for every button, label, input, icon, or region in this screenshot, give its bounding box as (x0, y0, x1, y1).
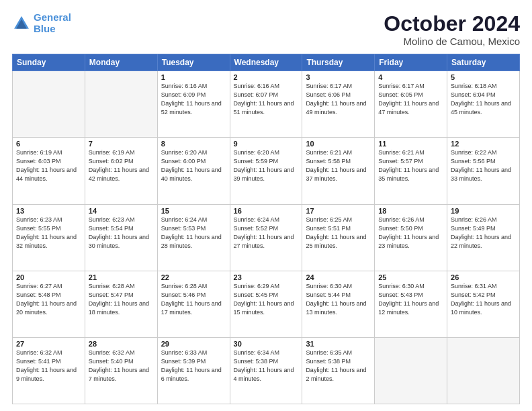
week-row-4: 20Sunrise: 6:27 AMSunset: 5:48 PMDayligh… (13, 271, 520, 337)
day-number: 6 (16, 140, 81, 148)
day-cell: 29Sunrise: 6:33 AMSunset: 5:39 PMDayligh… (157, 337, 230, 404)
day-cell: 17Sunrise: 6:25 AMSunset: 5:51 PMDayligh… (302, 204, 375, 271)
day-number: 1 (161, 73, 226, 81)
day-info: Sunrise: 6:30 AMSunset: 5:43 PMDaylight:… (378, 282, 443, 317)
day-info: Sunrise: 6:31 AMSunset: 5:42 PMDaylight:… (451, 282, 516, 317)
day-number: 22 (161, 273, 226, 281)
day-info: Sunrise: 6:28 AMSunset: 5:47 PMDaylight:… (89, 282, 154, 317)
day-cell: 3Sunrise: 6:17 AMSunset: 6:06 PMDaylight… (302, 71, 375, 138)
day-info: Sunrise: 6:16 AMSunset: 6:09 PMDaylight:… (161, 82, 226, 117)
day-info: Sunrise: 6:20 AMSunset: 6:00 PMDaylight:… (161, 148, 226, 183)
day-cell: 19Sunrise: 6:26 AMSunset: 5:49 PMDayligh… (447, 204, 520, 271)
day-number: 27 (16, 340, 81, 348)
day-number: 15 (161, 207, 226, 215)
day-number: 9 (234, 140, 299, 148)
day-number: 14 (89, 207, 154, 215)
weekday-header-row: SundayMondayTuesdayWednesdayThursdayFrid… (13, 54, 520, 71)
weekday-header-tuesday: Tuesday (157, 54, 230, 71)
day-number: 17 (306, 207, 371, 215)
day-number: 3 (306, 73, 371, 81)
day-cell: 10Sunrise: 6:21 AMSunset: 5:58 PMDayligh… (302, 138, 375, 204)
day-number: 30 (234, 340, 299, 348)
day-info: Sunrise: 6:26 AMSunset: 5:50 PMDaylight:… (378, 216, 443, 250)
subtitle: Molino de Camou, Mexico (384, 36, 520, 47)
day-cell: 25Sunrise: 6:30 AMSunset: 5:43 PMDayligh… (375, 271, 447, 337)
day-cell: 24Sunrise: 6:30 AMSunset: 5:44 PMDayligh… (302, 271, 375, 337)
weekday-header-monday: Monday (85, 54, 157, 71)
page: General Blue October 2024 Molino de Camo… (0, 0, 532, 411)
day-number: 7 (89, 140, 154, 148)
day-number: 10 (306, 140, 371, 148)
day-cell: 16Sunrise: 6:24 AMSunset: 5:52 PMDayligh… (230, 204, 302, 271)
week-row-5: 27Sunrise: 6:32 AMSunset: 5:41 PMDayligh… (13, 337, 520, 404)
day-number: 12 (451, 140, 516, 148)
day-number: 29 (161, 340, 226, 348)
day-cell: 6Sunrise: 6:19 AMSunset: 6:03 PMDaylight… (13, 138, 85, 204)
day-cell: 8Sunrise: 6:20 AMSunset: 6:00 PMDaylight… (157, 138, 230, 204)
day-number: 16 (234, 207, 299, 215)
day-cell (13, 71, 85, 138)
logo-line1: General (34, 11, 71, 23)
day-number: 31 (306, 340, 371, 348)
day-cell: 7Sunrise: 6:19 AMSunset: 6:02 PMDaylight… (85, 138, 157, 204)
calendar-table: SundayMondayTuesdayWednesdayThursdayFrid… (12, 54, 520, 404)
week-row-1: 1Sunrise: 6:16 AMSunset: 6:09 PMDaylight… (13, 71, 520, 138)
day-number: 21 (89, 273, 154, 281)
day-number: 26 (451, 273, 516, 281)
day-number: 4 (378, 73, 443, 81)
weekday-header-friday: Friday (375, 54, 447, 71)
day-info: Sunrise: 6:16 AMSunset: 6:07 PMDaylight:… (234, 82, 299, 117)
day-number: 8 (161, 140, 226, 148)
day-cell: 1Sunrise: 6:16 AMSunset: 6:09 PMDaylight… (157, 71, 230, 138)
day-cell: 14Sunrise: 6:23 AMSunset: 5:54 PMDayligh… (85, 204, 157, 271)
day-info: Sunrise: 6:21 AMSunset: 5:57 PMDaylight:… (378, 148, 443, 183)
header: General Blue October 2024 Molino de Camo… (12, 12, 520, 47)
day-cell: 27Sunrise: 6:32 AMSunset: 5:41 PMDayligh… (13, 337, 85, 404)
day-info: Sunrise: 6:25 AMSunset: 5:51 PMDaylight:… (306, 216, 371, 250)
day-number: 25 (378, 273, 443, 281)
day-cell: 5Sunrise: 6:18 AMSunset: 6:04 PMDaylight… (447, 71, 520, 138)
week-row-3: 13Sunrise: 6:23 AMSunset: 5:55 PMDayligh… (13, 204, 520, 271)
day-cell: 23Sunrise: 6:29 AMSunset: 5:45 PMDayligh… (230, 271, 302, 337)
day-info: Sunrise: 6:34 AMSunset: 5:38 PMDaylight:… (234, 349, 299, 383)
day-cell (375, 337, 447, 404)
day-info: Sunrise: 6:19 AMSunset: 6:03 PMDaylight:… (16, 148, 81, 183)
day-cell: 26Sunrise: 6:31 AMSunset: 5:42 PMDayligh… (447, 271, 520, 337)
day-number: 28 (89, 340, 154, 348)
day-info: Sunrise: 6:32 AMSunset: 5:41 PMDaylight:… (16, 349, 81, 383)
day-cell: 4Sunrise: 6:17 AMSunset: 6:05 PMDaylight… (375, 71, 447, 138)
day-cell: 21Sunrise: 6:28 AMSunset: 5:47 PMDayligh… (85, 271, 157, 337)
day-info: Sunrise: 6:32 AMSunset: 5:40 PMDaylight:… (89, 349, 154, 383)
day-info: Sunrise: 6:17 AMSunset: 6:06 PMDaylight:… (306, 82, 371, 117)
weekday-header-sunday: Sunday (13, 54, 85, 71)
day-info: Sunrise: 6:27 AMSunset: 5:48 PMDaylight:… (16, 282, 81, 317)
day-cell: 2Sunrise: 6:16 AMSunset: 6:07 PMDaylight… (230, 71, 302, 138)
logo-line2: Blue (34, 23, 56, 34)
day-number: 20 (16, 273, 81, 281)
day-cell: 28Sunrise: 6:32 AMSunset: 5:40 PMDayligh… (85, 337, 157, 404)
day-cell: 12Sunrise: 6:22 AMSunset: 5:56 PMDayligh… (447, 138, 520, 204)
day-info: Sunrise: 6:22 AMSunset: 5:56 PMDaylight:… (451, 148, 516, 183)
day-info: Sunrise: 6:19 AMSunset: 6:02 PMDaylight:… (89, 148, 154, 183)
day-number: 5 (451, 73, 516, 81)
day-number: 2 (234, 73, 299, 81)
day-number: 24 (306, 273, 371, 281)
day-info: Sunrise: 6:29 AMSunset: 5:45 PMDaylight:… (234, 282, 299, 317)
day-cell: 13Sunrise: 6:23 AMSunset: 5:55 PMDayligh… (13, 204, 85, 271)
logo-icon (12, 14, 31, 33)
day-info: Sunrise: 6:24 AMSunset: 5:53 PMDaylight:… (161, 216, 226, 250)
weekday-header-wednesday: Wednesday (230, 54, 302, 71)
day-number: 13 (16, 207, 81, 215)
day-number: 18 (378, 207, 443, 215)
day-info: Sunrise: 6:33 AMSunset: 5:39 PMDaylight:… (161, 349, 226, 383)
day-info: Sunrise: 6:18 AMSunset: 6:04 PMDaylight:… (451, 82, 516, 117)
day-info: Sunrise: 6:23 AMSunset: 5:55 PMDaylight:… (16, 216, 81, 250)
day-cell: 22Sunrise: 6:28 AMSunset: 5:46 PMDayligh… (157, 271, 230, 337)
day-cell: 18Sunrise: 6:26 AMSunset: 5:50 PMDayligh… (375, 204, 447, 271)
title-block: October 2024 Molino de Camou, Mexico (384, 12, 520, 47)
day-cell (447, 337, 520, 404)
day-cell: 30Sunrise: 6:34 AMSunset: 5:38 PMDayligh… (230, 337, 302, 404)
day-cell: 20Sunrise: 6:27 AMSunset: 5:48 PMDayligh… (13, 271, 85, 337)
day-info: Sunrise: 6:17 AMSunset: 6:05 PMDaylight:… (378, 82, 443, 117)
main-title: October 2024 (384, 12, 520, 36)
